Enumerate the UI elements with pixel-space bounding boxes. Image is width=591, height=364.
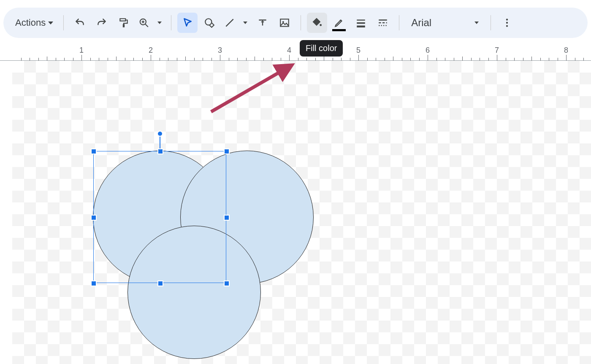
line-tool-button[interactable] xyxy=(221,13,238,33)
resize-handle[interactable] xyxy=(157,148,163,154)
zoom-dropdown[interactable] xyxy=(154,13,165,33)
shape-icon xyxy=(204,17,215,28)
resize-handle[interactable] xyxy=(224,215,230,221)
resize-handle[interactable] xyxy=(91,148,97,154)
select-tool-button[interactable] xyxy=(177,13,198,33)
line-dropdown[interactable] xyxy=(240,13,251,33)
line-weight-icon xyxy=(355,17,366,28)
ruler-label: 3 xyxy=(218,46,222,55)
redo-icon xyxy=(96,17,107,28)
actions-menu-button[interactable]: Actions xyxy=(11,15,57,31)
resize-handle[interactable] xyxy=(91,215,97,221)
resize-handle[interactable] xyxy=(157,280,163,286)
undo-icon xyxy=(74,17,85,28)
undo-button[interactable] xyxy=(70,13,90,33)
line-dash-icon xyxy=(377,17,388,28)
rotation-handle[interactable] xyxy=(157,131,163,137)
separator xyxy=(63,15,64,30)
insert-group xyxy=(177,13,295,33)
svg-rect-6 xyxy=(280,19,289,26)
image-button[interactable] xyxy=(274,13,295,33)
shape-tool-button[interactable] xyxy=(199,13,220,33)
separator xyxy=(171,15,171,30)
svg-rect-11 xyxy=(357,26,365,28)
paint-bucket-icon xyxy=(312,17,323,28)
pencil-icon xyxy=(333,17,344,28)
svg-line-5 xyxy=(226,19,233,26)
svg-rect-10 xyxy=(357,22,365,24)
svg-point-8 xyxy=(320,24,322,26)
separator xyxy=(301,15,301,30)
svg-rect-9 xyxy=(357,19,365,20)
font-name-label: Arial xyxy=(411,17,431,29)
svg-point-4 xyxy=(205,19,211,25)
color-group xyxy=(307,13,393,33)
ruler-label: 1 xyxy=(79,46,84,55)
selection-outline[interactable] xyxy=(93,151,226,283)
svg-line-1 xyxy=(145,24,148,27)
redo-button[interactable] xyxy=(92,13,112,33)
separator xyxy=(491,15,491,30)
text-box-icon xyxy=(257,17,268,28)
resize-handle[interactable] xyxy=(91,280,97,286)
caret-down-icon xyxy=(243,22,247,24)
ruler-label: 2 xyxy=(149,46,153,55)
caret-down-icon xyxy=(157,22,162,24)
paint-roller-icon xyxy=(118,17,129,28)
separator xyxy=(399,15,399,30)
border-color-button[interactable] xyxy=(329,13,349,33)
more-options-button[interactable] xyxy=(497,13,517,33)
toolbar: Actions xyxy=(3,8,588,38)
ruler-label: 7 xyxy=(495,46,499,55)
border-dash-button[interactable] xyxy=(373,13,393,33)
fill-color-button[interactable] xyxy=(307,13,327,33)
ruler-label: 5 xyxy=(356,46,361,55)
textbox-button[interactable] xyxy=(252,13,273,33)
more-vert-icon xyxy=(502,17,512,28)
resize-handle[interactable] xyxy=(224,280,230,286)
resize-handle[interactable] xyxy=(224,148,230,154)
paint-format-button[interactable] xyxy=(114,13,134,33)
border-color-swatch xyxy=(332,29,346,31)
svg-point-17 xyxy=(506,25,508,27)
history-group xyxy=(70,13,165,33)
caret-down-icon xyxy=(474,22,479,24)
actions-label: Actions xyxy=(15,17,46,28)
zoom-icon xyxy=(138,17,149,28)
svg-point-16 xyxy=(506,22,508,24)
horizontal-ruler: 12345678 xyxy=(0,44,591,61)
svg-point-15 xyxy=(506,19,508,20)
zoom-button[interactable] xyxy=(136,13,152,33)
fill-color-tooltip: Fill color xyxy=(300,40,343,57)
line-icon xyxy=(224,17,235,28)
image-icon xyxy=(279,17,290,28)
ruler-label: 6 xyxy=(426,46,430,55)
cursor-icon xyxy=(182,17,193,28)
caret-down-icon xyxy=(48,22,53,24)
ruler-label: 8 xyxy=(564,46,568,55)
border-weight-button[interactable] xyxy=(351,13,371,33)
font-family-dropdown[interactable]: Arial xyxy=(405,13,485,32)
ruler-label: 4 xyxy=(287,46,291,55)
